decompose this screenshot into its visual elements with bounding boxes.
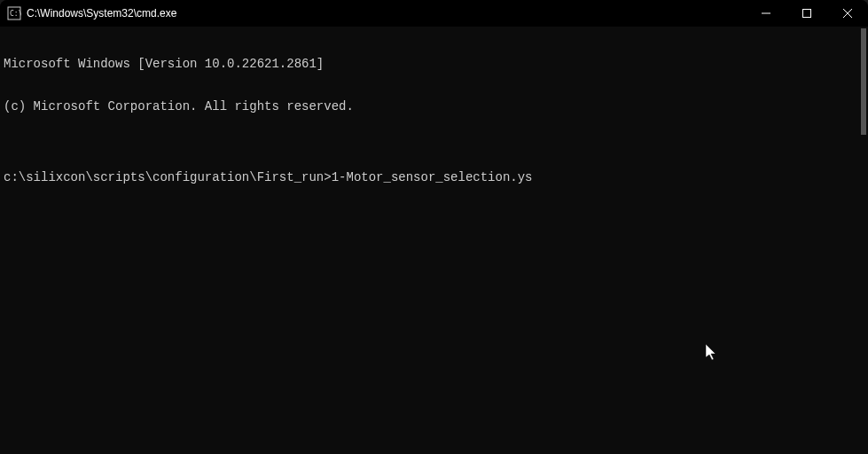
maximize-button[interactable]	[786, 0, 827, 27]
cmd-window: C:\ C:\Windows\System32\cmd.exe Microsof…	[0, 0, 868, 454]
cmd-icon: C:\	[7, 6, 21, 20]
close-button[interactable]	[827, 0, 868, 27]
terminal-prompt-line: c:\silixcon\scripts\configuration\First_…	[4, 170, 864, 184]
svg-rect-3	[803, 10, 811, 18]
window-controls	[746, 0, 868, 27]
svg-text:C:\: C:\	[10, 10, 21, 18]
terminal-output-line: Microsoft Windows [Version 10.0.22621.28…	[4, 57, 864, 71]
terminal-area[interactable]: Microsoft Windows [Version 10.0.22621.28…	[0, 27, 868, 454]
minimize-button[interactable]	[746, 0, 786, 27]
terminal-output-line: (c) Microsoft Corporation. All rights re…	[4, 99, 864, 114]
window-title: C:\Windows\System32\cmd.exe	[27, 7, 746, 20]
terminal-prompt: c:\silixcon\scripts\configuration\First_…	[4, 170, 332, 184]
terminal-command: 1-Motor_sensor_selection.ys	[332, 170, 533, 184]
scrollbar-thumb[interactable]	[861, 28, 866, 135]
titlebar[interactable]: C:\ C:\Windows\System32\cmd.exe	[0, 0, 868, 27]
